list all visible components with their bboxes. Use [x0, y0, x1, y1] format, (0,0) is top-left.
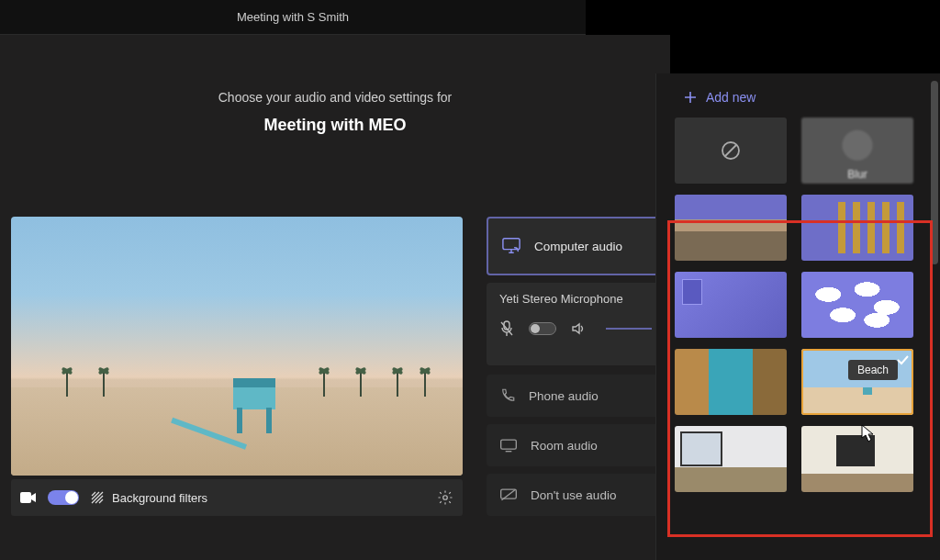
window-title-bar: Meeting with S Smith — [0, 0, 586, 35]
bg-palm — [360, 371, 362, 397]
bg-palm — [397, 371, 398, 397]
mic-toggle[interactable] — [529, 322, 556, 335]
device-settings-button[interactable] — [437, 489, 453, 506]
video-preview — [11, 217, 463, 476]
audio-option-phone[interactable]: Phone audio — [487, 375, 665, 417]
bg-palm — [103, 371, 105, 397]
window-title: Meeting with S Smith — [237, 10, 349, 24]
audio-option-computer[interactable]: Computer audio — [487, 217, 665, 275]
audio-options: Computer audio Yeti Stereo Microphone — [487, 217, 665, 523]
plus-icon — [684, 91, 697, 104]
app-root: Meeting with S Smith Choose your audio a… — [0, 0, 940, 560]
audio-option-room[interactable]: Room audio — [487, 424, 665, 466]
background-tile-none[interactable] — [675, 118, 787, 184]
bg-palm — [323, 371, 325, 397]
background-effects-icon — [90, 490, 105, 505]
audio-option-none-label: Don't use audio — [531, 488, 616, 502]
mic-off-icon[interactable] — [499, 320, 514, 337]
audio-device-name: Yeti Stereo Microphone — [499, 292, 652, 306]
audio-option-none[interactable]: Don't use audio — [487, 474, 665, 516]
bg-lifeguard-tower — [222, 378, 286, 433]
bg-palm — [66, 371, 68, 397]
background-tile-blur[interactable]: Blur — [801, 118, 913, 184]
add-new-label: Add new — [706, 90, 755, 105]
audio-option-computer-label: Computer audio — [534, 240, 622, 253]
preview-controls-bar: Background filters — [11, 479, 463, 516]
background-filters-label: Background filters — [112, 491, 207, 505]
svg-point-1 — [443, 496, 448, 500]
speaker-icon[interactable] — [571, 321, 586, 336]
audio-device-block: Yeti Stereo Microphone — [487, 283, 665, 365]
meeting-name: Meeting with MEO — [0, 116, 670, 135]
background-filters-button[interactable]: Background filters — [90, 490, 207, 505]
none-icon — [720, 140, 742, 162]
blur-label: Blur — [801, 168, 913, 181]
bg-palm — [424, 371, 426, 397]
camera-icon — [20, 491, 37, 504]
volume-slider[interactable] — [606, 328, 652, 330]
add-new-background-button[interactable]: Add new — [656, 73, 940, 118]
svg-rect-4 — [501, 440, 517, 449]
audio-option-room-label: Room audio — [531, 439, 598, 453]
video-preview-area: Background filters — [11, 217, 463, 516]
prejoin-heading: Choose your audio and video settings for — [0, 90, 670, 105]
annotation-box — [667, 220, 933, 537]
camera-toggle[interactable] — [48, 490, 79, 505]
audio-option-phone-label: Phone audio — [529, 389, 599, 403]
prejoin-panel: Choose your audio and video settings for… — [0, 35, 670, 560]
svg-rect-0 — [20, 492, 31, 503]
